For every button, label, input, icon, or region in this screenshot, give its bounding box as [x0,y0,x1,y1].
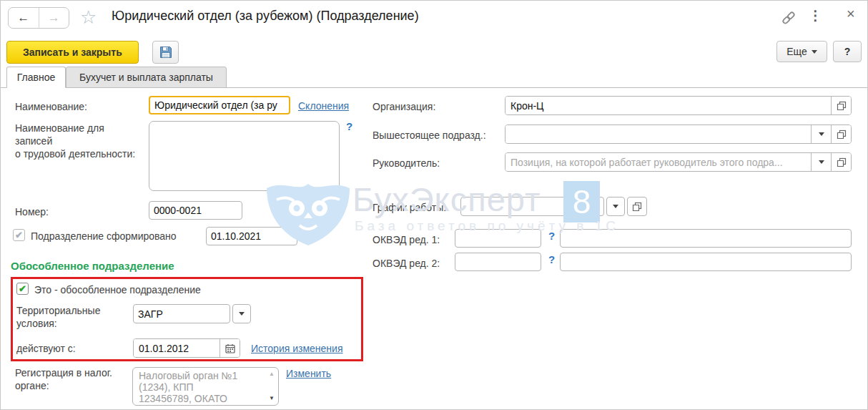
organization-group [505,96,852,115]
open-icon [632,202,642,212]
link-icon[interactable] [780,10,797,29]
tax-authority-line2: (1234), КПП [139,381,265,393]
check-icon: ✔ [19,283,26,294]
kebab-menu-icon[interactable]: ⋮ [809,7,822,24]
name-input[interactable] [149,96,290,114]
parent-division-dropdown-button[interactable] [811,125,831,143]
nav-history-group: ← → [8,7,69,29]
labor-name-label-line2: записей [15,135,52,147]
valid-from-group [133,338,240,358]
parent-division-label: Вышестоящее подразд.: [373,130,486,141]
forward-icon[interactable]: → [39,8,69,28]
declensions-link[interactable]: Склонения [298,100,349,112]
manager-input[interactable] [505,153,811,171]
okved2-name-input[interactable] [560,253,852,271]
close-icon[interactable]: × [847,6,855,22]
work-schedule-label: График работы: [373,202,446,213]
back-icon[interactable]: ← [9,8,39,28]
labor-name-label-line3: о трудовой деятельности: [15,148,135,160]
manager-dropdown-button[interactable] [811,153,831,171]
okved2-label: ОКВЭД ред. 2: [373,258,440,269]
change-tax-link[interactable]: Изменить [286,368,331,379]
floppy-disk-icon [159,45,173,59]
chevron-down-icon [239,312,245,316]
page-title: Юридический отдел (за рубежом) (Подразде… [112,9,419,24]
division-form-window: ← → ☆ Юридический отдел (за рубежом) (По… [0,0,868,410]
open-icon [837,157,847,167]
manager-open-button[interactable] [831,153,851,171]
more-button-label: Еще [786,46,807,57]
separate-division-checkbox[interactable]: ✔ [16,283,29,295]
open-icon [837,130,847,140]
chain-link-svg [780,10,797,26]
number-input[interactable] [149,201,242,220]
organization-input[interactable] [505,97,831,114]
tab-accounting-payroll[interactable]: Бухучет и выплата зарплаты [66,67,227,88]
manager-group [505,152,852,172]
formed-checkbox[interactable]: ✔ [13,229,25,241]
calendar-button[interactable] [220,339,240,357]
tax-reg-label-line2: органе: [15,380,49,391]
labor-name-label-line1: Наименование для [15,122,104,134]
work-schedule-dropdown-button[interactable] [606,197,625,216]
tax-authority-line1: Налоговый орган №1 [139,370,265,381]
work-schedule-input[interactable] [460,197,604,216]
chevron-down-icon [819,160,824,164]
tax-authority-line3: 123456789, ОКАТО [139,393,265,404]
separate-division-header: Обособленное подразделение [11,260,174,272]
territorial-dropdown-button[interactable] [232,304,251,323]
tax-reg-label-line1: Регистрация в налог. [15,367,112,379]
organization-label: Организация: [373,101,435,112]
tab-main[interactable]: Главное [6,67,66,88]
tax-authority-textbox[interactable]: Налоговый орган №1 (1234), КПП 123456789… [132,367,279,406]
valid-from-label: действуют с: [16,343,76,354]
territorial-label-line2: условия: [16,318,57,329]
save-and-close-button[interactable]: Записать и закрыть [6,41,139,64]
name-label: Наименование: [15,101,87,112]
check-icon: ✔ [15,230,23,240]
save-button[interactable] [152,41,179,64]
organization-open-button[interactable] [831,97,851,114]
calendar-icon [225,343,235,353]
okved2-help[interactable]: ? [548,253,555,265]
chevron-down-icon [812,50,817,54]
scroll-down-icon[interactable]: ▼ [269,396,275,401]
open-icon [837,101,847,111]
okved1-label: ОКВЭД ред. 1: [373,234,440,245]
change-history-link[interactable]: История изменения [251,343,342,354]
help-button[interactable]: ? [833,41,862,62]
territorial-input[interactable] [133,304,230,323]
formed-help[interactable]: ? [302,228,309,240]
labor-name-textarea[interactable] [149,121,340,191]
formed-date-input[interactable] [206,227,297,245]
favorite-star-icon[interactable]: ☆ [80,6,97,29]
okved2-code-input[interactable] [455,253,541,271]
valid-from-date-input[interactable] [134,339,220,357]
okved1-name-input[interactable] [560,229,852,248]
manager-label: Руководитель: [373,157,440,169]
parent-division-open-button[interactable] [831,125,851,143]
more-button[interactable]: Еще [776,41,827,62]
parent-division-input[interactable] [505,125,811,143]
work-schedule-open-button[interactable] [627,197,647,216]
separate-division-label: Это - обособленное подразделение [34,284,201,296]
labor-name-help[interactable]: ? [346,120,352,132]
number-label: Номер: [15,206,49,218]
chevron-down-icon [819,132,824,136]
territorial-label-line1: Территориальные [16,305,100,316]
formed-label: Подразделение сформировано [31,230,177,242]
scroll-up-icon[interactable]: ▲ [269,371,275,377]
parent-division-group [505,125,852,144]
okved1-code-input[interactable] [455,229,541,248]
okved1-help[interactable]: ? [548,230,555,242]
chevron-down-icon [613,205,618,208]
